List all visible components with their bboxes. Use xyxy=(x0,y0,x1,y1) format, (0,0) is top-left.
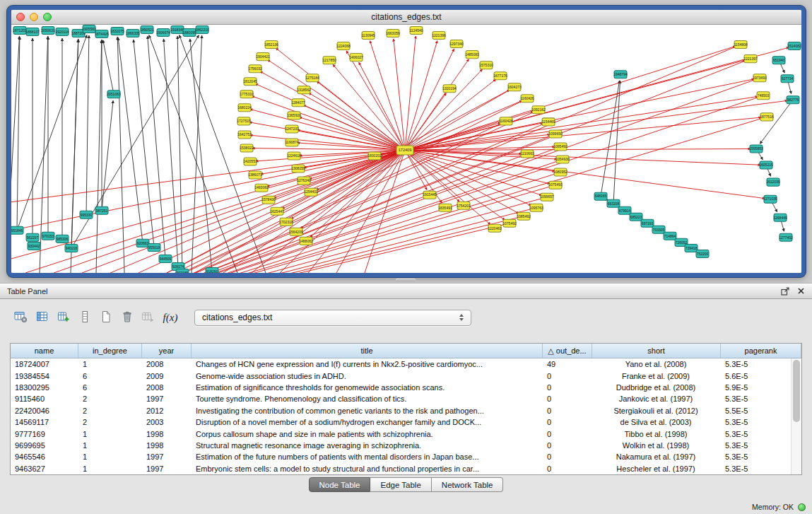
graph-node[interactable]: 1575310 xyxy=(479,62,493,69)
graph-node[interactable]: 1221396 xyxy=(432,32,446,40)
graph-node[interactable]: 1756032 xyxy=(248,65,262,73)
graph-node[interactable]: 1275184 xyxy=(305,74,319,82)
graph-node[interactable]: 1406027 xyxy=(349,54,363,62)
graph-node[interactable]: 648165 xyxy=(594,192,607,200)
graph-node[interactable]: 1224068 xyxy=(336,42,351,50)
network-canvas[interactable]: 1852136190442117560321812045177531016802… xyxy=(11,25,801,273)
graph-node[interactable]: 703305 xyxy=(652,226,665,233)
graph-node[interactable]: 1880095 xyxy=(182,29,196,37)
graph-node[interactable]: 927734 xyxy=(781,75,794,83)
table-selector-dropdown[interactable]: citations_edges.txt xyxy=(194,310,471,326)
graph-node[interactable]: 930442 xyxy=(28,242,40,250)
create-column-button[interactable] xyxy=(54,308,73,327)
graph-node[interactable]: 714864 xyxy=(664,232,676,240)
close-panel-icon[interactable] xyxy=(797,287,805,295)
table-row[interactable]: 977716911998Corpus callosum shape and si… xyxy=(11,428,801,439)
table-row[interactable]: 969969511998Structural magnetic resonanc… xyxy=(11,440,801,451)
graph-node[interactable]: 987251 xyxy=(95,206,108,214)
graph-node[interactable]: 1276340 xyxy=(297,177,311,185)
graph-node[interactable]: 1605215 xyxy=(759,161,773,169)
graph-node[interactable]: 985306 xyxy=(56,235,69,243)
graph-node[interactable]: 1604273 xyxy=(507,83,522,91)
table-row[interactable]: 1938455462009Genome-wide association stu… xyxy=(11,370,801,381)
graph-node[interactable]: 1154469 xyxy=(541,118,555,126)
graph-node[interactable]: 951940 xyxy=(772,57,785,64)
scrollbar-thumb[interactable] xyxy=(793,360,800,422)
zoom-window-button[interactable] xyxy=(43,13,52,21)
tab-network-table[interactable]: Network Table xyxy=(432,477,504,492)
graph-node[interactable]: 739418 xyxy=(685,244,698,252)
graph-node[interactable]: 962207 xyxy=(26,233,39,241)
graph-node[interactable]: 663208 xyxy=(607,199,620,207)
graph-node[interactable]: 1210663 xyxy=(520,150,534,158)
graph-node[interactable]: 1277402 xyxy=(779,233,793,241)
graph-node[interactable]: 1420553 xyxy=(243,158,257,165)
graph-node[interactable]: 1075493 xyxy=(548,181,563,189)
graph-node[interactable]: 1271035 xyxy=(763,195,777,203)
network-view-window[interactable]: citations_edges.txt 18521361904421175603… xyxy=(7,6,806,277)
table-row[interactable]: 1830029562008Estimation of significance … xyxy=(11,382,801,393)
column-header-out_de[interactable]: △ out_de... xyxy=(543,344,592,358)
graph-node[interactable]: 685223 xyxy=(630,213,642,221)
graph-node[interactable]: 1224618 xyxy=(287,152,301,160)
graph-node[interactable]: 982776 xyxy=(787,96,799,104)
new-table-button[interactable] xyxy=(96,308,115,327)
graph-node[interactable]: 1702318 xyxy=(279,218,293,226)
graph-node[interactable]: 2050631 xyxy=(41,27,55,35)
graph-node[interactable]: 1874426 xyxy=(95,30,109,38)
graph-node[interactable]: 995330 xyxy=(80,211,93,218)
graph-node[interactable]: 1308259 xyxy=(291,165,305,173)
graph-node[interactable]: 1493082 xyxy=(254,184,269,192)
graph-node[interactable]: 1830202 xyxy=(367,152,382,160)
table-row[interactable]: 2242004622012Investigating the contribut… xyxy=(11,405,801,416)
panel-splitter-handle[interactable] xyxy=(396,279,416,282)
graph-node[interactable]: 1871203 xyxy=(13,27,27,35)
graph-node[interactable]: 1365920 xyxy=(287,112,301,119)
delete-table-button[interactable] xyxy=(117,308,136,327)
graph-node[interactable]: 970153 xyxy=(42,232,54,240)
graph-node[interactable]: 1386071 xyxy=(248,171,262,179)
graph-hub-node[interactable]: 172409 xyxy=(396,146,413,155)
table-row[interactable]: 911546021997Tourette syndrome. Phenomeno… xyxy=(11,393,801,404)
tab-node-table[interactable]: Node Table xyxy=(309,477,371,492)
graph-node[interactable]: 1663059 xyxy=(386,30,400,37)
graph-node[interactable]: 1905583 xyxy=(82,25,96,33)
delete-columns-button[interactable] xyxy=(75,308,94,327)
graph-node[interactable]: 1220463 xyxy=(488,224,502,232)
graph-node[interactable]: 1727515 xyxy=(237,117,251,125)
graph-node[interactable]: 1538022 xyxy=(240,144,254,152)
close-window-button[interactable] xyxy=(16,13,25,21)
network-window-titlebar[interactable]: citations_edges.txt xyxy=(11,10,801,25)
graph-node[interactable]: 1877516 xyxy=(760,113,774,121)
import-table-button[interactable] xyxy=(139,308,158,327)
graph-node[interactable]: 697193 xyxy=(641,219,654,227)
graph-node[interactable]: 944509 xyxy=(159,255,172,262)
table-vertical-scrollbar[interactable] xyxy=(791,358,801,474)
graph-node[interactable]: 1812045 xyxy=(243,78,257,86)
graph-node[interactable]: 1297340 xyxy=(449,40,464,48)
graph-node[interactable]: 1595853 xyxy=(749,145,763,153)
graph-node[interactable]: 1485083 xyxy=(465,51,479,59)
graph-node[interactable]: 1835491 xyxy=(438,204,452,211)
graph-node[interactable]: 1284077 xyxy=(291,99,305,107)
graph-node[interactable]: 1890521 xyxy=(140,26,154,34)
tab-edge-table[interactable]: Edge Table xyxy=(370,477,431,492)
column-header-short[interactable]: short xyxy=(592,344,721,358)
graph-node[interactable]: 1130945 xyxy=(361,32,375,40)
graph-node[interactable]: 1915445 xyxy=(423,191,437,199)
graph-node[interactable]: 1564209 xyxy=(289,228,303,235)
graph-node[interactable]: 951846 xyxy=(11,226,23,234)
graph-node[interactable]: 2051063 xyxy=(107,90,121,98)
float-panel-icon[interactable] xyxy=(781,287,790,296)
graph-node[interactable]: 1054930 xyxy=(555,156,570,163)
table-mode-button[interactable] xyxy=(11,308,30,327)
graph-node[interactable]: 1488062 xyxy=(299,237,313,245)
table-row[interactable]: 1872400712008Changes of HCN gene express… xyxy=(11,358,801,370)
column-header-in_degree[interactable]: in_degree xyxy=(78,344,142,358)
column-header-year[interactable]: year xyxy=(142,344,192,358)
graph-node[interactable]: 1948794 xyxy=(613,71,628,78)
graph-node[interactable]: 920663 xyxy=(136,239,149,247)
show-columns-button[interactable] xyxy=(33,308,52,327)
graph-node[interactable]: 1217850 xyxy=(322,57,336,64)
table-row[interactable]: 1456911722003Disruption of a novel membe… xyxy=(11,416,801,428)
